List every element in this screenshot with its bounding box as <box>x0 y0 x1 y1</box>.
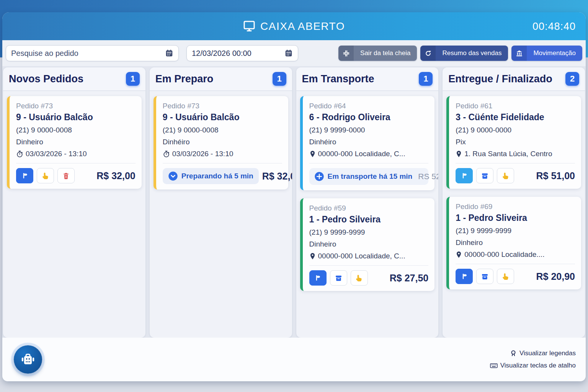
divider <box>163 163 282 163</box>
archive-icon <box>481 172 488 180</box>
plus-circle-icon <box>314 172 324 181</box>
customer-name: 9 - Usuário Balcão <box>16 112 136 122</box>
compress-icon <box>338 46 354 61</box>
sales-summary-label: Resumo das vendas <box>436 49 508 57</box>
column-title: Entregue / Finalizado <box>448 73 552 85</box>
archive-icon <box>481 273 488 280</box>
column-novos-pedidos: Novos Pedidos 1 Pedido #73 9 - Usuário B… <box>3 67 145 338</box>
order-price: R$ 51,00 <box>536 170 575 181</box>
robot-icon <box>20 352 36 367</box>
exit-fullscreen-label: Sair da tela cheia <box>354 49 417 57</box>
app-window: CAIXA ABERTO 00:48:40 <box>2 12 586 381</box>
advance-order-button[interactable] <box>497 168 514 183</box>
customer-name: 3 - Cüénte Fidelidade <box>456 112 575 122</box>
order-price: R$ 20,90 <box>536 271 575 282</box>
column-body: Pedido #64 6 - Rodrigo Oliveira (21) 9 9… <box>296 91 439 296</box>
customer-phone: (21) 9 0000-0008 <box>16 126 136 134</box>
monitor-icon <box>243 21 255 32</box>
advance-order-button[interactable] <box>351 270 368 286</box>
customer-name: 9 - Usuário Balcão <box>163 112 282 122</box>
order-datetime-row: 03/03/2026 - 13:10 <box>16 150 136 158</box>
payment-method: Dinheiro <box>456 238 575 247</box>
footer: Visualizar legendas Visualizar teclas de… <box>2 338 586 381</box>
divider <box>16 163 136 163</box>
column-title: Em Transporte <box>302 73 374 85</box>
movement-button[interactable]: Movimentação <box>511 46 582 61</box>
order-card[interactable]: Pedido #73 9 - Usuário Balcão (21) 9 000… <box>154 96 288 189</box>
print-order-button[interactable] <box>456 269 473 284</box>
date-input[interactable] <box>192 49 284 58</box>
status-pill[interactable]: Preparando há 5 min <box>163 168 259 184</box>
column-header: Em Transporte 1 <box>296 67 439 91</box>
location-pin-icon <box>456 150 462 158</box>
exit-fullscreen-button[interactable]: Sair da tela cheia <box>338 46 417 61</box>
delete-order-button[interactable] <box>57 168 75 183</box>
column-title: Em Preparo <box>155 73 214 85</box>
stopwatch-icon <box>163 150 170 158</box>
location-pin-icon <box>309 150 316 158</box>
flag-icon <box>314 274 321 281</box>
receipt-button[interactable] <box>476 269 493 284</box>
date-filter-field[interactable] <box>186 45 298 61</box>
print-order-button[interactable] <box>16 168 33 183</box>
hand-pointer-icon <box>502 172 510 180</box>
receipt-button[interactable] <box>330 270 347 286</box>
order-number: Pedido #59 <box>309 204 429 212</box>
customer-phone: (21) 9 9999-9999 <box>456 227 575 235</box>
sales-summary-button[interactable]: Resumo das vendas <box>420 46 508 61</box>
divider <box>456 163 575 163</box>
toolbar: Sair da tela cheia Resumo das vendas <box>2 40 586 66</box>
order-card[interactable]: Pedido #61 3 - Cüénte Fidelidade (21) 9 … <box>446 96 581 189</box>
calendar-icon[interactable] <box>165 49 173 57</box>
order-number: Pedido #64 <box>309 102 429 110</box>
bank-icon <box>511 46 527 61</box>
card-actions: Preparando há 5 min R$ 32,00 <box>163 168 282 184</box>
order-address: 00000-000 Localidade.... <box>464 250 544 259</box>
order-datetime-row: 03/03/2026 - 13:10 <box>163 150 282 158</box>
flag-icon <box>461 273 468 280</box>
payment-method: Pix <box>456 138 575 146</box>
column-body: Pedido #61 3 - Cüénte Fidelidade (21) 9 … <box>443 91 585 294</box>
column-count-badge: 1 <box>419 72 433 86</box>
order-price: R$ 32,00 <box>96 170 135 181</box>
column-header: Em Preparo 1 <box>150 67 292 91</box>
order-card[interactable]: Pedido #59 1 - Pedro Silveira (21) 9 999… <box>300 198 435 291</box>
column-header: Entregue / Finalizado 2 <box>443 67 585 91</box>
hand-pointer-icon <box>355 274 363 282</box>
assistant-robot-button[interactable] <box>14 345 42 374</box>
stopwatch-icon <box>16 150 23 158</box>
session-timer: 00:48:40 <box>532 20 576 32</box>
customer-name: 1 - Pedro Silveira <box>309 214 429 225</box>
order-address: 00000-000 Localidade, C... <box>318 150 405 158</box>
order-card[interactable]: Pedido #64 6 - Rodrigo Oliveira (21) 9 9… <box>300 96 435 190</box>
print-order-button[interactable] <box>309 270 327 286</box>
card-actions: R$ 32,00 <box>16 168 136 183</box>
search-input[interactable] <box>11 49 165 58</box>
order-number: Pedido #73 <box>163 102 282 110</box>
order-address-row: 1. Rua Santa Lúcia, Centro <box>456 150 575 158</box>
column-count-badge: 1 <box>126 72 140 86</box>
column-title: Novos Pedidos <box>9 73 83 85</box>
order-card[interactable]: Pedido #69 1 - Pedro Sliveira (21) 9 999… <box>446 197 581 289</box>
receipt-button[interactable] <box>476 168 493 183</box>
status-pill[interactable]: Em transporte há 15 min RS 52 <box>309 168 429 185</box>
advance-order-button[interactable] <box>497 269 514 284</box>
customer-phone: (21) 9 0000-0000 <box>456 126 575 134</box>
medal-icon <box>510 350 517 357</box>
order-search-field[interactable] <box>6 45 179 61</box>
topbar: CAIXA ABERTO 00:48:40 <box>2 12 586 40</box>
view-shortcuts-link[interactable]: Visualizar teclas de atalho <box>490 362 576 369</box>
payment-method: Dinheiro <box>16 138 136 146</box>
order-card[interactable]: Pedido #73 9 - Usuário Balcão (21) 9 000… <box>7 96 142 189</box>
order-number: Pedido #69 <box>456 203 575 211</box>
view-legends-link[interactable]: Visualizar legendas <box>510 350 576 357</box>
payment-method: Dinheiro <box>309 240 429 248</box>
payment-method: Dinhéiro <box>163 138 282 146</box>
calendar-icon[interactable] <box>284 49 293 57</box>
print-order-button[interactable] <box>456 168 473 183</box>
card-actions: R$ 27,50 <box>309 270 429 286</box>
toolbar-buttons: Sair da tela cheia Resumo das vendas <box>338 46 582 61</box>
order-address-row: 00000-000 Localidade.... <box>456 250 575 259</box>
order-datetime: 03/03/2026 - 13:10 <box>172 150 234 158</box>
advance-order-button[interactable] <box>37 168 54 183</box>
